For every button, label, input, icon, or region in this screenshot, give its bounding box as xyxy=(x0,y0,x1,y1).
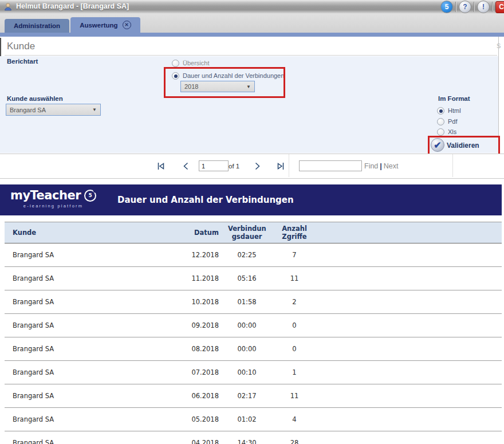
page-count-label: of 1 xyxy=(229,163,239,170)
find-next-links: Find|Next xyxy=(364,162,399,170)
cell-datum: 11.2018 xyxy=(183,274,222,282)
notification-count-badge[interactable]: 5 xyxy=(440,1,453,13)
close-tab-icon[interactable]: ✕ xyxy=(123,21,131,29)
radio-uebersicht-label[interactable]: Übersicht xyxy=(183,60,209,66)
cell-datum: 09.2018 xyxy=(183,321,222,329)
berichtart-label: Berichtart xyxy=(7,58,38,65)
radio-uebersicht[interactable] xyxy=(172,60,179,67)
cell-dauer: 00:00 xyxy=(222,345,271,353)
radio-xls[interactable] xyxy=(437,128,444,136)
column-header-anzahl-zugriffe: Anzahl Zgriffe xyxy=(271,225,317,241)
cell-dauer: 00:10 xyxy=(222,368,271,376)
window-title: Helmut Brangard - [Brangard SA] xyxy=(16,2,129,10)
cell-kunde: Brangard SA xyxy=(5,298,183,306)
cell-dauer: 02:17 xyxy=(222,392,271,400)
tab-label: Auswertung xyxy=(80,22,117,29)
next-link[interactable]: Next xyxy=(384,162,399,170)
cell-datum: 12.2018 xyxy=(183,251,222,259)
radio-pdf-label[interactable]: Pdf xyxy=(448,118,458,125)
im-format-label: Im Format xyxy=(438,95,470,102)
cell-zugriffe: 4 xyxy=(271,415,317,423)
kunde-dropdown-value: Brangard SA xyxy=(10,107,46,113)
cell-datum: 04.2018 xyxy=(183,439,222,444)
radio-xls-label[interactable]: Xls xyxy=(448,128,456,135)
radio-pdf[interactable] xyxy=(437,118,444,125)
cell-datum: 08.2018 xyxy=(183,345,222,353)
cell-datum: 05.2018 xyxy=(183,415,222,423)
heading-divider xyxy=(5,55,497,56)
cell-kunde: Brangard SA xyxy=(5,251,183,259)
table-header-row: Kunde Datum Verbindun gsdauer Anzahl Zgr… xyxy=(5,222,502,243)
chevron-down-icon: ▼ xyxy=(92,107,97,112)
tab-administration[interactable]: Administration xyxy=(5,19,69,33)
titlebar-icons: 5 ? ! C xyxy=(440,1,504,13)
title-bar: Helmut Brangard - [Brangard SA] 5 ? ! C xyxy=(0,0,504,14)
tab-bar: Administration Auswertung ✕ xyxy=(0,14,504,33)
annotation-box-report-type xyxy=(164,67,285,98)
cell-dauer: 02:25 xyxy=(222,251,271,259)
cell-zugriffe: 11 xyxy=(271,392,317,400)
tab-label: Administration xyxy=(14,22,60,29)
cell-kunde: Brangard SA xyxy=(5,321,183,329)
next-page-icon[interactable] xyxy=(252,161,262,171)
table-row: Brangard SA 05.2018 01:02 4 xyxy=(5,408,502,431)
cell-zugriffe: 2 xyxy=(271,298,317,306)
cell-kunde: Brangard SA xyxy=(5,392,183,400)
cell-kunde: Brangard SA xyxy=(5,439,183,444)
kunde-auswaehlen-label: Kunde auswählen xyxy=(7,95,63,102)
cell-kunde: Brangard SA xyxy=(5,368,183,376)
page-number-input[interactable] xyxy=(199,160,229,171)
cell-datum: 06.2018 xyxy=(183,392,222,400)
kunde-dropdown[interactable]: Brangard SA ▼ xyxy=(6,104,101,116)
first-page-icon[interactable] xyxy=(156,161,166,171)
icon-separator xyxy=(492,2,493,12)
report-table: Kunde Datum Verbindun gsdauer Anzahl Zgr… xyxy=(5,222,502,444)
cell-datum: 10.2018 xyxy=(183,298,222,306)
report-title: Dauer und Anzahl der Verbindungen xyxy=(117,195,294,205)
previous-page-icon[interactable] xyxy=(181,161,191,171)
info-icon[interactable]: ! xyxy=(477,1,490,13)
icon-separator xyxy=(474,2,475,12)
active-tab-strip xyxy=(0,33,504,37)
report-search-input[interactable] xyxy=(299,160,362,171)
icon-separator xyxy=(455,2,456,12)
logo-subtitle: e-learning platform xyxy=(10,203,96,209)
application-window: Helmut Brangard - [Brangard SA] 5 ? ! C … xyxy=(0,0,504,444)
column-header-kunde: Kunde xyxy=(5,229,183,237)
cell-kunde: Brangard SA xyxy=(5,274,183,282)
find-link[interactable]: Find xyxy=(364,162,378,170)
cell-zugriffe: 11 xyxy=(271,274,317,282)
table-row: Brangard SA 09.2018 00:00 0 xyxy=(5,314,502,337)
cell-datum: 07.2018 xyxy=(183,368,222,376)
report-banner: myTeacher 5 e-learning platform Dauer un… xyxy=(0,184,502,215)
radio-html-label[interactable]: Html xyxy=(448,107,461,114)
table-row: Brangard SA 10.2018 01:58 2 xyxy=(5,290,502,314)
clipped-text-fragment: S xyxy=(497,42,501,49)
table-row: Brangard SA 12.2018 02:25 7 xyxy=(5,243,502,267)
column-header-verbindungsdauer: Verbindun gsdauer xyxy=(222,223,271,242)
cell-zugriffe: 0 xyxy=(271,345,317,353)
cell-kunde: Brangard SA xyxy=(5,415,183,423)
table-row: Brangard SA 11.2018 05:16 11 xyxy=(5,267,502,290)
cell-zugriffe: 7 xyxy=(271,251,317,259)
table-row: Brangard SA 06.2018 02:17 11 xyxy=(5,384,502,408)
radio-html[interactable] xyxy=(437,107,444,115)
column-header-datum: Datum xyxy=(183,229,222,237)
annotation-box-validieren xyxy=(428,136,500,155)
myteacher-logo: myTeacher 5 e-learning platform xyxy=(10,188,96,209)
table-row: Brangard SA 04.2018 14:30 28 xyxy=(5,431,502,444)
last-page-icon[interactable] xyxy=(275,161,286,171)
page-title: Kunde xyxy=(7,41,35,52)
cell-dauer: 05:16 xyxy=(222,274,271,282)
logout-icon[interactable]: C xyxy=(495,1,504,13)
help-icon[interactable]: ? xyxy=(459,1,471,13)
cell-zugriffe: 0 xyxy=(271,321,317,329)
logo-badge-icon: 5 xyxy=(84,190,96,202)
cell-dauer: 00:00 xyxy=(222,321,271,329)
logo-text: myTeacher xyxy=(10,188,81,202)
tab-auswertung[interactable]: Auswertung ✕ xyxy=(70,17,140,33)
cell-zugriffe: 28 xyxy=(271,439,317,444)
table-row: Brangard SA 07.2018 00:10 1 xyxy=(5,361,502,384)
find-next-separator: | xyxy=(378,162,384,170)
toolbar-separator xyxy=(452,154,453,177)
